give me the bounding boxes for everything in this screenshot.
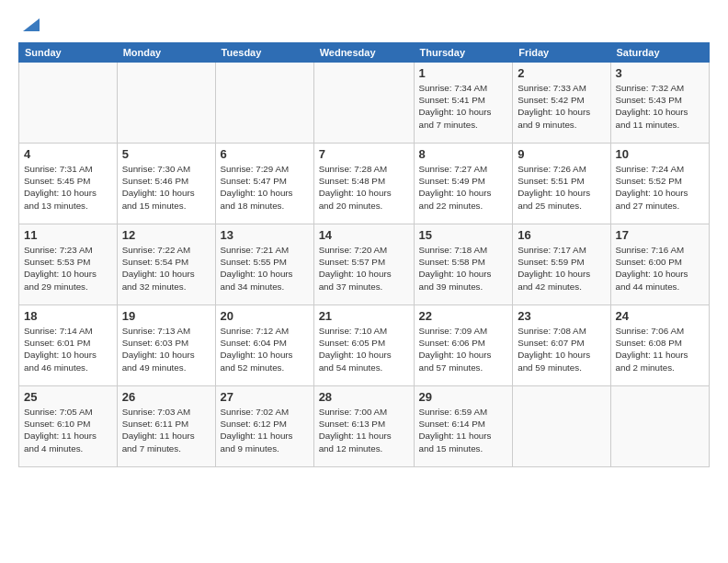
weekday-header-friday: Friday — [513, 43, 610, 63]
calendar-week-row: 25Sunrise: 7:05 AM Sunset: 6:10 PM Dayli… — [19, 386, 710, 467]
cell-info-text: Sunrise: 7:10 AM Sunset: 6:05 PM Dayligh… — [319, 325, 409, 373]
calendar-week-row: 1Sunrise: 7:34 AM Sunset: 5:41 PM Daylig… — [19, 63, 710, 144]
cell-info-text: Sunrise: 7:13 AM Sunset: 6:03 PM Dayligh… — [122, 325, 210, 373]
calendar-cell — [610, 386, 710, 467]
calendar-cell: 2Sunrise: 7:33 AM Sunset: 5:42 PM Daylig… — [513, 63, 610, 144]
calendar-cell: 11Sunrise: 7:23 AM Sunset: 5:53 PM Dayli… — [19, 224, 118, 305]
cell-info-text: Sunrise: 7:29 AM Sunset: 5:47 PM Dayligh… — [221, 163, 309, 212]
calendar-cell — [513, 386, 610, 467]
calendar-cell — [313, 63, 414, 144]
cell-day-number: 10 — [616, 147, 705, 161]
cell-day-number: 27 — [221, 390, 309, 404]
cell-info-text: Sunrise: 7:06 AM Sunset: 6:08 PM Dayligh… — [616, 325, 705, 373]
cell-info-text: Sunrise: 7:14 AM Sunset: 6:01 PM Dayligh… — [24, 325, 112, 373]
calendar-cell: 25Sunrise: 7:05 AM Sunset: 6:10 PM Dayli… — [19, 386, 118, 467]
cell-day-number: 21 — [319, 309, 409, 323]
cell-info-text: Sunrise: 7:34 AM Sunset: 5:41 PM Dayligh… — [419, 82, 508, 131]
cell-day-number: 22 — [419, 309, 508, 323]
calendar-cell: 8Sunrise: 7:27 AM Sunset: 5:49 PM Daylig… — [414, 144, 513, 224]
calendar-cell — [117, 63, 215, 144]
cell-info-text: Sunrise: 7:27 AM Sunset: 5:49 PM Dayligh… — [419, 163, 508, 212]
logo-block — [18, 15, 40, 35]
cell-day-number: 24 — [616, 309, 705, 323]
cell-info-text: Sunrise: 7:30 AM Sunset: 5:46 PM Dayligh… — [122, 163, 210, 212]
calendar-header-row: SundayMondayTuesdayWednesdayThursdayFrid… — [19, 43, 710, 63]
calendar-cell: 20Sunrise: 7:12 AM Sunset: 6:04 PM Dayli… — [215, 305, 313, 386]
calendar-cell: 19Sunrise: 7:13 AM Sunset: 6:03 PM Dayli… — [117, 305, 215, 386]
cell-day-number: 20 — [221, 309, 309, 323]
calendar-cell: 27Sunrise: 7:02 AM Sunset: 6:12 PM Dayli… — [215, 386, 313, 467]
calendar-cell: 16Sunrise: 7:17 AM Sunset: 5:59 PM Dayli… — [513, 224, 610, 305]
cell-day-number: 4 — [24, 147, 112, 161]
logo-icon — [19, 15, 40, 35]
cell-info-text: Sunrise: 7:26 AM Sunset: 5:51 PM Dayligh… — [518, 163, 605, 212]
calendar-cell: 10Sunrise: 7:24 AM Sunset: 5:52 PM Dayli… — [610, 144, 710, 224]
calendar-week-row: 11Sunrise: 7:23 AM Sunset: 5:53 PM Dayli… — [19, 224, 710, 305]
cell-info-text: Sunrise: 7:33 AM Sunset: 5:42 PM Dayligh… — [518, 82, 605, 131]
cell-day-number: 6 — [221, 147, 309, 161]
cell-day-number: 18 — [24, 309, 112, 323]
cell-info-text: Sunrise: 7:16 AM Sunset: 6:00 PM Dayligh… — [616, 244, 705, 293]
cell-day-number: 11 — [24, 228, 112, 242]
cell-day-number: 15 — [419, 228, 508, 242]
cell-day-number: 25 — [24, 390, 112, 404]
cell-info-text: Sunrise: 7:09 AM Sunset: 6:06 PM Dayligh… — [419, 325, 508, 373]
cell-info-text: Sunrise: 7:05 AM Sunset: 6:10 PM Dayligh… — [24, 406, 112, 454]
cell-info-text: Sunrise: 7:31 AM Sunset: 5:45 PM Dayligh… — [24, 163, 112, 212]
calendar-cell: 3Sunrise: 7:32 AM Sunset: 5:43 PM Daylig… — [610, 63, 710, 144]
calendar-cell: 14Sunrise: 7:20 AM Sunset: 5:57 PM Dayli… — [313, 224, 414, 305]
cell-day-number: 17 — [616, 228, 705, 242]
cell-day-number: 5 — [122, 147, 210, 161]
cell-info-text: Sunrise: 7:17 AM Sunset: 5:59 PM Dayligh… — [518, 244, 605, 293]
calendar-week-row: 4Sunrise: 7:31 AM Sunset: 5:45 PM Daylig… — [19, 144, 710, 224]
calendar-cell — [215, 63, 313, 144]
calendar-cell — [19, 63, 118, 144]
calendar-cell: 23Sunrise: 7:08 AM Sunset: 6:07 PM Dayli… — [513, 305, 610, 386]
logo — [18, 15, 40, 35]
calendar-cell: 1Sunrise: 7:34 AM Sunset: 5:41 PM Daylig… — [414, 63, 513, 144]
cell-info-text: Sunrise: 7:20 AM Sunset: 5:57 PM Dayligh… — [319, 244, 409, 293]
cell-day-number: 3 — [616, 66, 705, 80]
cell-info-text: Sunrise: 7:22 AM Sunset: 5:54 PM Dayligh… — [122, 244, 210, 293]
cell-day-number: 29 — [419, 390, 508, 404]
calendar-cell: 9Sunrise: 7:26 AM Sunset: 5:51 PM Daylig… — [513, 144, 610, 224]
cell-day-number: 7 — [319, 147, 409, 161]
calendar-table: SundayMondayTuesdayWednesdayThursdayFrid… — [18, 42, 710, 467]
cell-info-text: Sunrise: 7:02 AM Sunset: 6:12 PM Dayligh… — [221, 406, 309, 454]
cell-day-number: 9 — [518, 147, 605, 161]
weekday-header-wednesday: Wednesday — [313, 43, 414, 63]
weekday-header-thursday: Thursday — [414, 43, 513, 63]
calendar-cell: 6Sunrise: 7:29 AM Sunset: 5:47 PM Daylig… — [215, 144, 313, 224]
calendar-cell: 7Sunrise: 7:28 AM Sunset: 5:48 PM Daylig… — [313, 144, 414, 224]
cell-day-number: 2 — [518, 66, 605, 80]
cell-day-number: 16 — [518, 228, 605, 242]
weekday-header-sunday: Sunday — [19, 43, 118, 63]
cell-day-number: 19 — [122, 309, 210, 323]
calendar-cell: 13Sunrise: 7:21 AM Sunset: 5:55 PM Dayli… — [215, 224, 313, 305]
calendar-cell: 22Sunrise: 7:09 AM Sunset: 6:06 PM Dayli… — [414, 305, 513, 386]
calendar-cell: 5Sunrise: 7:30 AM Sunset: 5:46 PM Daylig… — [117, 144, 215, 224]
cell-info-text: Sunrise: 7:03 AM Sunset: 6:11 PM Dayligh… — [122, 406, 210, 454]
cell-day-number: 23 — [518, 309, 605, 323]
cell-info-text: Sunrise: 7:23 AM Sunset: 5:53 PM Dayligh… — [24, 244, 112, 293]
calendar-cell: 18Sunrise: 7:14 AM Sunset: 6:01 PM Dayli… — [19, 305, 118, 386]
calendar-cell: 21Sunrise: 7:10 AM Sunset: 6:05 PM Dayli… — [313, 305, 414, 386]
weekday-header-tuesday: Tuesday — [215, 43, 313, 63]
calendar-cell: 17Sunrise: 7:16 AM Sunset: 6:00 PM Dayli… — [610, 224, 710, 305]
calendar-cell: 4Sunrise: 7:31 AM Sunset: 5:45 PM Daylig… — [19, 144, 118, 224]
cell-day-number: 14 — [319, 228, 409, 242]
cell-info-text: Sunrise: 7:21 AM Sunset: 5:55 PM Dayligh… — [221, 244, 309, 293]
cell-info-text: Sunrise: 7:24 AM Sunset: 5:52 PM Dayligh… — [616, 163, 705, 212]
cell-day-number: 1 — [419, 66, 508, 80]
page: SundayMondayTuesdayWednesdayThursdayFrid… — [0, 0, 728, 563]
cell-day-number: 12 — [122, 228, 210, 242]
header — [18, 15, 710, 35]
calendar-cell: 24Sunrise: 7:06 AM Sunset: 6:08 PM Dayli… — [610, 305, 710, 386]
cell-info-text: Sunrise: 7:08 AM Sunset: 6:07 PM Dayligh… — [518, 325, 605, 373]
cell-info-text: Sunrise: 7:12 AM Sunset: 6:04 PM Dayligh… — [221, 325, 309, 373]
cell-info-text: Sunrise: 7:00 AM Sunset: 6:13 PM Dayligh… — [319, 406, 409, 454]
cell-day-number: 8 — [419, 147, 508, 161]
cell-info-text: Sunrise: 7:18 AM Sunset: 5:58 PM Dayligh… — [419, 244, 508, 293]
cell-day-number: 28 — [319, 390, 409, 404]
calendar-cell: 12Sunrise: 7:22 AM Sunset: 5:54 PM Dayli… — [117, 224, 215, 305]
